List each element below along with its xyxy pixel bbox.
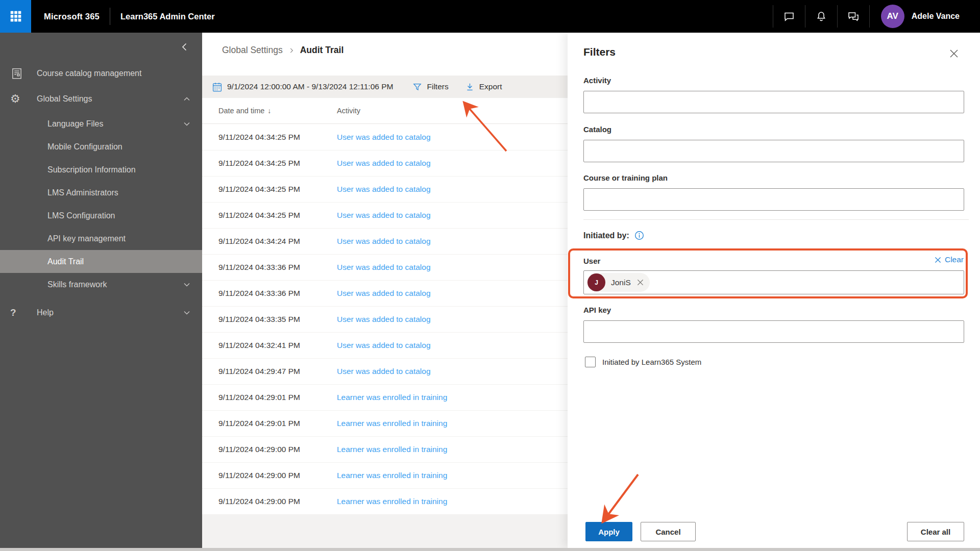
sidebar-item-api-key-management[interactable]: API key management [0, 227, 202, 250]
clear-all-button[interactable]: Clear all [907, 522, 964, 541]
clear-label: Clear [945, 255, 964, 264]
command-bar: 9/1/2024 12:00:00 AM - 9/13/2024 12:11:0… [202, 76, 568, 98]
activity-input[interactable] [583, 91, 964, 113]
initiated-by-system-row: Initiated by Learn365 System [585, 357, 701, 367]
filter-funnel-icon [412, 82, 422, 92]
sidebar-item-language-files[interactable]: Language Files [0, 112, 202, 135]
row-activity-link[interactable]: User was added to catalog [337, 367, 568, 376]
row-activity-link[interactable]: User was added to catalog [337, 237, 568, 246]
topbar-actions: AV Adele Vance [773, 0, 980, 33]
row-datetime: 9/11/2024 04:29:01 PM [218, 393, 337, 402]
row-activity-link[interactable]: User was added to catalog [337, 341, 568, 350]
row-activity-link[interactable]: Learner was enrolled in training [337, 445, 568, 454]
chevron-up-icon[interactable] [182, 94, 202, 104]
date-range-picker[interactable]: 9/1/2024 12:00:00 AM - 9/13/2024 12:11:0… [212, 82, 393, 92]
sidebar-item-label: LMS Configuration [47, 211, 202, 220]
row-datetime: 9/11/2024 04:32:41 PM [218, 341, 337, 350]
course-input[interactable] [583, 188, 964, 211]
api-key-input[interactable] [583, 320, 964, 343]
row-activity-link[interactable]: Learner was enrolled in training [337, 393, 568, 402]
table-row[interactable]: 9/11/2024 04:29:00 PM Learner was enroll… [202, 463, 568, 489]
sidebar-item-label: Mobile Configuration [47, 142, 202, 152]
app-launcher-button[interactable] [0, 0, 31, 33]
chat-icon [783, 10, 795, 22]
row-activity-link[interactable]: User was added to catalog [337, 159, 568, 168]
chevron-down-icon[interactable] [182, 119, 202, 129]
filters-button[interactable]: Filters [412, 82, 448, 92]
table-row[interactable]: 9/11/2024 04:34:25 PM User was added to … [202, 124, 568, 151]
initiated-by-system-checkbox[interactable] [585, 357, 596, 367]
row-activity-link[interactable]: User was added to catalog [337, 211, 568, 220]
info-icon[interactable] [634, 231, 644, 240]
user-picker-input[interactable]: J JoniS [583, 270, 964, 294]
content-footer-area [202, 515, 568, 548]
export-button[interactable]: Export [465, 82, 502, 92]
main-content: Global Settings Audit Trail [202, 33, 568, 548]
sidebar-item-label: API key management [47, 234, 202, 243]
sidebar-item-global-settings[interactable]: ⚙ Global Settings [0, 86, 202, 112]
window-bottom-edge [0, 548, 980, 551]
row-datetime: 9/11/2024 04:29:00 PM [218, 471, 337, 480]
table-row[interactable]: 9/11/2024 04:34:24 PM User was added to … [202, 229, 568, 255]
clear-user-button[interactable]: Clear [935, 255, 964, 264]
row-activity-link[interactable]: Learner was enrolled in training [337, 419, 568, 428]
row-activity-link[interactable]: User was added to catalog [337, 185, 568, 194]
export-button-label: Export [479, 82, 502, 91]
row-activity-link[interactable]: Learner was enrolled in training [337, 471, 568, 480]
breadcrumb-audit-trail: Audit Trail [300, 45, 344, 56]
sidebar-item-help[interactable]: ? Help [0, 300, 202, 325]
close-panel-button[interactable] [946, 46, 962, 61]
table-row[interactable]: 9/11/2024 04:34:25 PM User was added to … [202, 203, 568, 229]
course-field-label: Course or training plan [583, 173, 668, 183]
table-row[interactable]: 9/11/2024 04:29:00 PM Learner was enroll… [202, 489, 568, 515]
row-activity-link[interactable]: User was added to catalog [337, 315, 568, 324]
sidebar-item-lms-administrators[interactable]: LMS Administrators [0, 181, 202, 204]
sidebar-item-mobile-configuration[interactable]: Mobile Configuration [0, 135, 202, 158]
initiated-by-system-label: Initiated by Learn365 System [602, 358, 701, 366]
chevron-down-icon[interactable] [182, 308, 202, 318]
remove-user-chip-button[interactable] [636, 279, 644, 286]
product-title[interactable]: Learn365 Admin Center [120, 12, 215, 21]
cancel-button[interactable]: Cancel [641, 522, 696, 541]
row-datetime: 9/11/2024 04:29:00 PM [218, 445, 337, 454]
sidebar-item-subscription-information[interactable]: Subscription Information [0, 158, 202, 181]
feedback-button[interactable] [838, 0, 869, 33]
catalog-input[interactable] [583, 140, 964, 162]
table-row[interactable]: 9/11/2024 04:29:00 PM Learner was enroll… [202, 437, 568, 463]
table-row[interactable]: 9/11/2024 04:29:01 PM Learner was enroll… [202, 411, 568, 437]
chevron-down-icon[interactable] [182, 280, 202, 290]
breadcrumb-global-settings[interactable]: Global Settings [222, 45, 283, 56]
learn365-admin-window: Microsoft 365 Learn365 Admin Center [0, 0, 980, 551]
apply-button[interactable]: Apply [585, 522, 632, 541]
row-activity-link[interactable]: User was added to catalog [337, 289, 568, 298]
table-row[interactable]: 9/11/2024 04:29:01 PM Learner was enroll… [202, 385, 568, 411]
row-datetime: 9/11/2024 04:33:36 PM [218, 289, 337, 298]
column-header-date-time[interactable]: Date and time↓ [218, 107, 337, 115]
row-activity-link[interactable]: User was added to catalog [337, 133, 568, 142]
row-datetime: 9/11/2024 04:29:00 PM [218, 497, 337, 506]
sidebar-collapse-row [0, 33, 202, 61]
notifications-button[interactable] [805, 0, 837, 33]
table-row[interactable]: 9/11/2024 04:33:35 PM User was added to … [202, 307, 568, 333]
table-row[interactable]: 9/11/2024 04:33:36 PM User was added to … [202, 281, 568, 307]
account-menu[interactable]: AV Adele Vance [870, 0, 980, 33]
column-header-activity[interactable]: Activity [337, 107, 568, 115]
filters-button-label: Filters [427, 82, 448, 91]
collapse-sidebar-button[interactable] [179, 41, 191, 53]
download-icon [465, 82, 475, 92]
brand-link[interactable]: Microsoft 365 [44, 12, 100, 21]
row-activity-link[interactable]: Learner was enrolled in training [337, 497, 568, 506]
table-row[interactable]: 9/11/2024 04:32:41 PM User was added to … [202, 333, 568, 359]
table-row[interactable]: 9/11/2024 04:33:36 PM User was added to … [202, 255, 568, 281]
sidebar-item-audit-trail[interactable]: Audit Trail [0, 250, 202, 273]
sidebar-item-skills-framework[interactable]: Skills framework [0, 273, 202, 296]
chat-button[interactable] [773, 0, 805, 33]
table-row[interactable]: 9/11/2024 04:29:47 PM User was added to … [202, 359, 568, 385]
table-row[interactable]: 9/11/2024 04:34:25 PM User was added to … [202, 151, 568, 177]
row-activity-link[interactable]: User was added to catalog [337, 263, 568, 272]
table-row[interactable]: 9/11/2024 04:34:25 PM User was added to … [202, 177, 568, 203]
breadcrumb: Global Settings Audit Trail [222, 45, 344, 56]
gear-icon: ⚙ [10, 93, 37, 105]
sidebar-item-course-catalog-management[interactable]: Course catalog management [0, 61, 202, 86]
sidebar-item-lms-configuration[interactable]: LMS Configuration [0, 204, 202, 227]
